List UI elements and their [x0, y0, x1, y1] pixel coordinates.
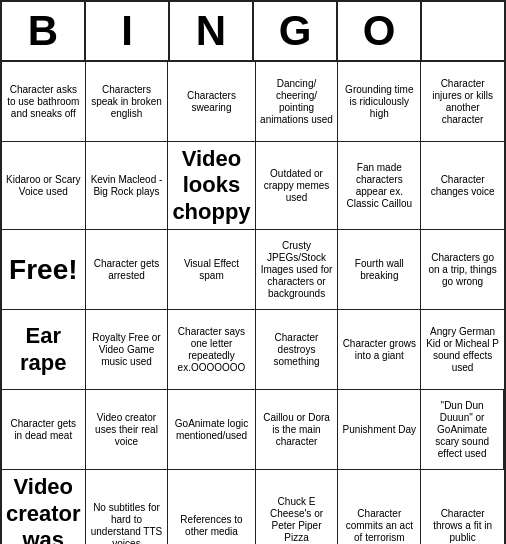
bingo-cell-12: Free!: [2, 230, 86, 310]
bingo-cell-2: Characters swearing: [168, 62, 255, 142]
bingo-cell-6: Kidaroo or Scary Voice used: [2, 142, 86, 230]
bingo-cell-11: Character changes voice: [421, 142, 504, 230]
bingo-cell-1: Characters speak in broken english: [86, 62, 169, 142]
bingo-cell-14: Visual Effect spam: [168, 230, 255, 310]
bingo-cell-4: Grounding time is ridiculously high: [338, 62, 421, 142]
bingo-cell-35: Character throws a fit in public: [421, 470, 504, 544]
bingo-cell-20: Character says one letter repeatedly ex.…: [168, 310, 255, 390]
bingo-cell-30: Video creator was lazy: [2, 470, 86, 544]
bingo-cell-33: Chuck E Cheese's or Peter Piper Pizza me…: [256, 470, 339, 544]
bingo-cell-19: Royalty Free or Video Game music used: [86, 310, 169, 390]
bingo-cell-7: Kevin Macleod - Big Rock plays: [86, 142, 169, 230]
bingo-cell-13: Character gets arrested: [86, 230, 169, 310]
bingo-cell-8: Video looks choppy: [168, 142, 255, 230]
bingo-header-letter-b: B: [2, 2, 86, 60]
bingo-cell-24: Character gets in dead meat: [2, 390, 86, 470]
bingo-grid: Character asks to use bathroom and sneak…: [2, 62, 504, 544]
bingo-cell-16: Fourth wall breaking: [338, 230, 421, 310]
bingo-cell-15: Crusty JPEGs/Stock Images used for chara…: [256, 230, 339, 310]
bingo-cell-18: Ear rape: [2, 310, 86, 390]
bingo-cell-25: Video creator uses their real voice: [86, 390, 169, 470]
bingo-cell-3: Dancing/ cheering/ pointing animations u…: [256, 62, 339, 142]
bingo-cell-29: "Dun Dun Duuun" or GoAnimate scary sound…: [421, 390, 504, 470]
bingo-header-letter-i: I: [86, 2, 170, 60]
bingo-cell-5: Character injures or kills another chara…: [421, 62, 504, 142]
bingo-cell-28: Punishment Day: [338, 390, 421, 470]
bingo-cell-34: Character commits an act of terrorism: [338, 470, 421, 544]
bingo-header-letter-n: N: [170, 2, 254, 60]
bingo-card: BINGO Character asks to use bathroom and…: [0, 0, 506, 544]
bingo-header-letter-g: G: [254, 2, 338, 60]
bingo-cell-32: References to other media: [168, 470, 255, 544]
bingo-header-letter-o: O: [338, 2, 422, 60]
bingo-cell-23: Angry German Kid or Micheal P sound effe…: [421, 310, 504, 390]
bingo-cell-0: Character asks to use bathroom and sneak…: [2, 62, 86, 142]
bingo-cell-26: GoAnimate logic mentioned/used: [168, 390, 255, 470]
bingo-cell-9: Outdated or crappy memes used: [256, 142, 339, 230]
bingo-cell-31: No subtitles for hard to understand TTS …: [86, 470, 169, 544]
bingo-cell-27: Caillou or Dora is the main character: [256, 390, 339, 470]
bingo-cell-10: Fan made characters appear ex. Classic C…: [338, 142, 421, 230]
bingo-cell-17: Characters go on a trip, things go wrong: [421, 230, 504, 310]
bingo-cell-22: Character grows into a giant: [338, 310, 421, 390]
bingo-cell-21: Character destroys something: [256, 310, 339, 390]
bingo-header: BINGO: [2, 2, 504, 62]
bingo-header-extra: [422, 2, 504, 60]
